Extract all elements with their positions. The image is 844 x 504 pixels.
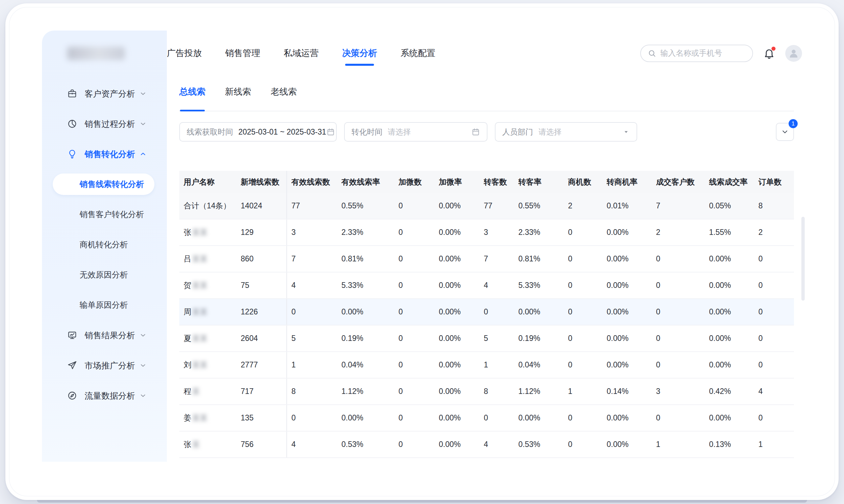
user-name-cell: 吕某某	[179, 246, 236, 272]
sidebar-subitem-2[interactable]: 销售客户转化分析	[42, 199, 147, 230]
sidebar-item-1[interactable]: 客户资产分析	[42, 78, 147, 109]
table-row[interactable]: 张某75640.53%00.00%40.53%00.00%10.13%1	[179, 431, 794, 458]
user-name-blurred: 某某	[192, 228, 208, 237]
metric-cell: 8	[754, 193, 794, 219]
metric-cell: 0	[394, 272, 435, 299]
user-avatar[interactable]	[785, 45, 802, 62]
metric-cell: 0.00%	[705, 325, 754, 352]
metric-cell: 1226	[236, 299, 287, 325]
search-input[interactable]: 输入名称或手机号	[640, 44, 753, 62]
user-name-cell: 张某	[179, 431, 236, 458]
metric-cell: 1.12%	[514, 378, 564, 405]
nav-item-2[interactable]: 销售管理	[225, 45, 260, 61]
sidebar-subitem-label: 输单原因分析	[80, 300, 128, 310]
calendar-icon	[326, 127, 335, 136]
sidebar-subitem-4[interactable]: 无效原因分析	[42, 260, 147, 290]
user-name-blurred: 某	[192, 387, 200, 396]
metric-cell: 0	[394, 219, 435, 246]
brand-logo-blurred	[67, 47, 125, 60]
search-placeholder: 输入名称或手机号	[661, 48, 722, 58]
metric-cell: 0.00%	[705, 299, 754, 325]
column-header-4: 有效线索率	[337, 171, 394, 193]
table-row[interactable]: 吕某某86070.81%00.00%70.81%00.00%00.00%0	[179, 246, 794, 272]
filter-department[interactable]: 人员部门 请选择	[495, 122, 637, 142]
tab-1[interactable]: 总线索	[179, 86, 206, 111]
table-row[interactable]: 刘某某277710.04%00.00%10.04%00.00%00.00%0	[179, 352, 794, 378]
table-row[interactable]: 贺某某7545.33%00.00%45.33%00.00%00.00%0	[179, 272, 794, 299]
metric-cell: 0.00%	[602, 246, 652, 272]
metric-cell: 0.14%	[602, 378, 652, 405]
metric-cell: 756	[236, 431, 287, 458]
nav-item-1[interactable]: 广告投放	[167, 45, 202, 61]
user-name-blurred: 某某	[192, 307, 208, 316]
user-name-blurred: 某某	[192, 334, 208, 343]
filter-placeholder: 请选择	[539, 127, 562, 137]
metric-cell: 0	[564, 246, 602, 272]
app-window: 客户资产分析销售过程分析销售转化分析销售线索转化分析销售客户转化分析商机转化分析…	[5, 3, 839, 500]
metric-cell: 7	[287, 246, 337, 272]
sidebar-subitem-5[interactable]: 输单原因分析	[42, 290, 147, 320]
filter-lead-time[interactable]: 线索获取时间 2025-03-01 ~ 2025-03-31	[179, 122, 337, 142]
sidebar-item-6[interactable]: 流量数据分析	[42, 380, 147, 411]
table-scrollbar[interactable]	[802, 217, 805, 301]
user-name-cell: 周某某	[179, 299, 236, 325]
tab-2[interactable]: 新线索	[225, 86, 251, 111]
user-name-cell: 夏某某	[179, 325, 236, 352]
caret-down-icon	[622, 128, 630, 136]
metric-cell: 0	[652, 246, 705, 272]
table-header-row: 用户名称新增线索数有效线索数有效线索率加微数加微率转客数转客率商机数转商机率成交…	[179, 171, 794, 193]
metric-cell: 0	[652, 299, 705, 325]
nav-item-3[interactable]: 私域运营	[284, 45, 319, 61]
nav-item-5[interactable]: 系统配置	[401, 45, 436, 61]
table-row-total[interactable]: 合计（14条）14024770.55%00.00%770.55%20.01%70…	[179, 193, 794, 219]
metric-cell: 0	[754, 352, 794, 378]
table-row[interactable]: 夏某某260450.19%00.00%50.19%00.00%00.00%0	[179, 325, 794, 352]
metric-cell: 0	[394, 405, 435, 431]
metric-cell: 5.33%	[514, 272, 564, 299]
filter-convert-time[interactable]: 转化时间 请选择	[344, 122, 488, 142]
sidebar-subitem-1[interactable]: 销售线索转化分析	[42, 169, 147, 199]
notification-bell[interactable]	[763, 47, 775, 59]
metric-cell: 2.33%	[337, 219, 394, 246]
metric-cell: 0.00%	[602, 219, 652, 246]
sidebar-item-5[interactable]: 市场推广分析	[42, 350, 147, 380]
column-header-7: 转客数	[479, 171, 514, 193]
nav-item-4[interactable]: 决策分析	[342, 45, 377, 61]
metric-cell: 0.00%	[435, 431, 479, 458]
metric-cell: 2604	[236, 325, 287, 352]
metric-cell: 7	[479, 246, 514, 272]
metric-cell: 0.00%	[435, 219, 479, 246]
sidebar-item-4[interactable]: 销售结果分析	[42, 320, 147, 350]
metric-cell: 14024	[236, 193, 287, 219]
metric-cell: 0.00%	[602, 405, 652, 431]
table-row[interactable]: 程某71781.12%00.00%81.12%10.14%30.42%4	[179, 378, 794, 405]
chevron-down-icon	[139, 90, 147, 97]
sidebar-item-2[interactable]: 销售过程分析	[42, 109, 147, 139]
sidebar-subitem-3[interactable]: 商机转化分析	[42, 230, 147, 260]
table-row[interactable]: 周某某122600.00%00.00%00.00%00.00%00.00%0	[179, 299, 794, 325]
table-row[interactable]: 张某某12932.33%00.00%32.33%00.00%21.55%2	[179, 219, 794, 246]
metric-cell: 0.81%	[337, 246, 394, 272]
metric-cell: 4	[287, 431, 337, 458]
user-name-blurred: 某	[192, 440, 200, 449]
filter-label: 线索获取时间	[187, 127, 233, 137]
sidebar-item-3[interactable]: 销售转化分析	[42, 139, 147, 169]
user-name-blurred: 某某	[192, 281, 208, 290]
lead-tabs: 总线索新线索老线索	[179, 76, 794, 111]
tab-3[interactable]: 老线索	[270, 86, 297, 111]
filter-collapse-button[interactable]: 1	[776, 123, 794, 141]
sidebar-item-label: 销售结果分析	[85, 330, 139, 341]
monitor-icon	[67, 330, 77, 340]
send-icon	[67, 360, 77, 371]
metric-cell: 0.00%	[514, 405, 564, 431]
user-name-blurred: 某某	[192, 413, 208, 422]
column-header-10: 转商机率	[602, 171, 652, 193]
asset-icon	[67, 89, 77, 98]
metric-cell: 7	[652, 193, 705, 219]
table-row[interactable]: 姜某某13500.00%00.00%00.00%00.00%00.00%0	[179, 405, 794, 431]
filter-label: 人员部门	[502, 127, 533, 137]
user-name-visible: 夏	[183, 334, 191, 343]
metric-cell: 8	[479, 378, 514, 405]
metric-cell: 1	[479, 352, 514, 378]
metric-cell: 0	[394, 299, 435, 325]
